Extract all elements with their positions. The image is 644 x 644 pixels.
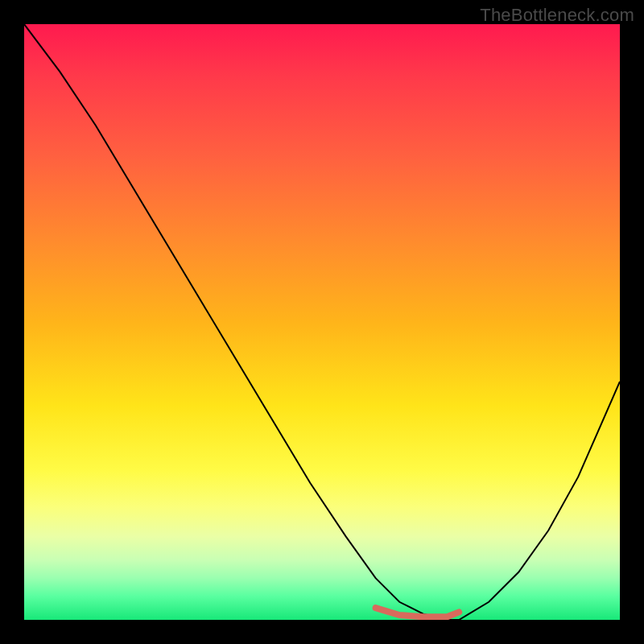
chart-frame: TheBottleneck.com (0, 0, 644, 644)
marker-layer (24, 24, 620, 620)
watermark-text: TheBottleneck.com (480, 5, 634, 26)
optimal-range-marker (376, 608, 460, 617)
plot-area (24, 24, 620, 620)
